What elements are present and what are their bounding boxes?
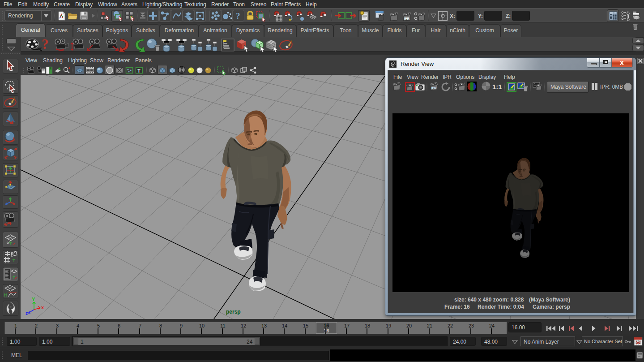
svg-text:?: ? xyxy=(236,11,240,21)
svg-text:x: x xyxy=(41,305,44,310)
svg-text:Y: Y xyxy=(32,297,35,302)
svg-text:persp: persp xyxy=(226,309,241,315)
svg-text:z: z xyxy=(26,310,28,316)
svg-text:T: T xyxy=(137,68,141,73)
svg-text:IPR: IPR xyxy=(431,86,436,90)
svg-text:IPR: IPR xyxy=(404,17,409,20)
